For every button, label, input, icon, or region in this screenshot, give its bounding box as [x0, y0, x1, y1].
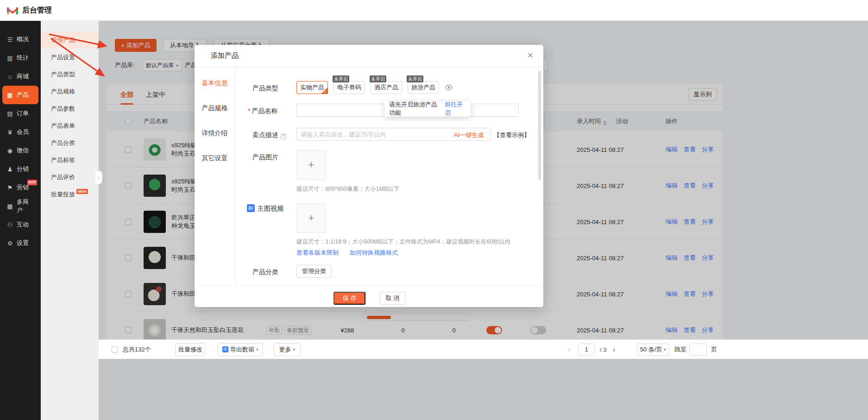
product-icon: ▦	[6, 92, 13, 99]
help-icon[interactable]: ?	[280, 133, 287, 140]
subnav-item-product-tags[interactable]: 产品标签	[41, 151, 99, 169]
sidebar-item-settings[interactable]: ⚙设置	[2, 234, 38, 252]
cancel-button[interactable]: 取 消	[380, 292, 405, 305]
subnav-item-manage-products[interactable]: 管理产品	[41, 31, 99, 49]
current-page-input[interactable]	[578, 344, 595, 356]
image-upload-box[interactable]: +	[296, 150, 326, 180]
ai-generate-link[interactable]: AI一键生成	[454, 131, 484, 139]
version-limit-link[interactable]: 查看各版本限制	[296, 249, 339, 257]
chevron-down-icon: ▾	[664, 347, 666, 352]
convert-format-link[interactable]: 如何转换视频格式	[350, 249, 398, 257]
jump-page-input[interactable]	[689, 344, 707, 356]
subnav-item-product-settings[interactable]: 产品设置	[41, 49, 99, 66]
select-all-checkbox[interactable]	[112, 346, 118, 353]
batch-edit-button[interactable]: 批量修改	[175, 343, 206, 356]
hot-badge: HOT	[27, 180, 37, 185]
sidebar-collapse-handle[interactable]: ‹	[95, 170, 102, 184]
app-root: 后台管理 ☰概况 ▥统计 ⌂商城 ▦产品 ▤订单 ♛会员 ◉微信 ♟分销 ⚑营销…	[0, 0, 868, 420]
subnav-item-product-specs[interactable]: 产品规格	[41, 83, 99, 100]
modal-tab-basic-info[interactable]: 基本信息	[202, 76, 228, 89]
product-name-label: *产品名称	[248, 107, 277, 115]
subnav-item-product-forms[interactable]: 产品表单	[41, 117, 99, 134]
sidebar-item-product[interactable]: ▦产品	[2, 86, 38, 104]
product-type-options: 实物产品✓ 电子券码 酒店产品 旅游产品	[296, 81, 454, 94]
image-size-hint: 建议尺寸：800*800像素；大小1MB以下	[296, 185, 399, 193]
travel-product-tooltip: 请先开启旅游产品功能 前往开启	[384, 101, 471, 117]
sidebar-item-order[interactable]: ▤订单	[2, 104, 38, 123]
chevron-down-icon: ▾	[256, 347, 258, 352]
video-size-hint: 建议尺寸：1:1/16:9；大小500MB以下；文件格式为MP4；建议视频时长在…	[296, 238, 510, 246]
close-icon[interactable]: ×	[528, 50, 533, 61]
sidebar-label: 设置	[17, 239, 29, 247]
wechat-icon: ◉	[6, 147, 13, 154]
main-video-label: 主图视频	[258, 205, 283, 213]
not-enabled-badge: 未开启	[333, 75, 349, 82]
topbar: 后台管理	[0, 0, 868, 21]
view-example-link[interactable]: 【查看示例】	[494, 131, 530, 139]
product-image-label: 产品图片	[252, 153, 278, 162]
save-button[interactable]: 保 存	[333, 292, 365, 305]
type-option-travel[interactable]: 旅游产品	[408, 81, 439, 94]
type-option-evoucher[interactable]: 电子券码	[333, 81, 365, 94]
type-option-hotel[interactable]: 酒店产品	[371, 81, 402, 94]
required-asterisk: *	[248, 107, 250, 114]
modal-scrollbar-thumb[interactable]	[538, 71, 541, 180]
mall-icon: ⌂	[6, 73, 13, 80]
subnav-item-product-categories[interactable]: 产品分类	[41, 134, 99, 151]
export-data-label: 导出数据	[230, 345, 254, 354]
jump-label: 跳至	[674, 345, 686, 354]
sidebar-item-stats[interactable]: ▥统计	[2, 49, 38, 67]
modal-tab-details[interactable]: 详情介绍	[202, 126, 228, 139]
sidebar-item-member[interactable]: ♛会员	[2, 123, 38, 141]
product-type-label: 产品类型	[252, 84, 278, 93]
subnav-item-product-types[interactable]: 产品类型	[41, 66, 99, 83]
overview-icon: ☰	[6, 36, 13, 43]
enable-now-link[interactable]: 前往开启	[445, 100, 466, 117]
bottom-toolbar: 总共132个 批量修改 导出数据▾ 更多▾ ‹ / 3 › 50 条/页▾ 跳至…	[99, 339, 868, 359]
modal-tab-other-settings[interactable]: 其它设置	[202, 151, 228, 164]
eye-icon[interactable]	[445, 84, 453, 93]
multi-merchant-icon: ▩	[6, 203, 13, 210]
sidebar-item-marketing[interactable]: ⚑营销HOT	[2, 178, 38, 197]
more-button[interactable]: 更多▾	[274, 343, 301, 356]
modal-tab-specs[interactable]: 产品规格	[202, 101, 228, 114]
sidebar-item-multi-merchant[interactable]: ▩多商户	[2, 197, 38, 215]
modal-tab-list: 基本信息 产品规格 详情介绍 其它设置	[195, 67, 235, 286]
primary-sidebar: ☰概况 ▥统计 ⌂商城 ▦产品 ▤订单 ♛会员 ◉微信 ♟分销 ⚑营销HOT ▩…	[0, 21, 41, 420]
sidebar-item-interaction[interactable]: ⚇互动	[2, 215, 38, 234]
product-category-label: 产品分类	[252, 268, 278, 276]
sidebar-item-wechat[interactable]: ◉微信	[2, 141, 38, 160]
selling-point-label: 卖点描述?	[252, 131, 287, 140]
sidebar-label: 分销	[17, 165, 29, 173]
page-total: / 3	[600, 346, 606, 353]
sidebar-label: 商城	[17, 72, 29, 81]
subnav-item-product-reviews[interactable]: 产品评价	[41, 169, 99, 186]
collapse-icon: ‹	[98, 175, 100, 180]
batch-edit-label: 批量修改	[178, 345, 202, 354]
export-data-button[interactable]: 导出数据▾	[218, 343, 263, 356]
sidebar-item-mall[interactable]: ⌂商城	[2, 67, 38, 86]
subnav-item-product-params[interactable]: 产品参数	[41, 100, 99, 117]
sidebar-item-distribution[interactable]: ♟分销	[2, 160, 38, 178]
sidebar-label: 微信	[17, 146, 29, 155]
next-page-arrow[interactable]: ›	[613, 345, 615, 354]
sidebar-label: 会员	[17, 128, 29, 136]
check-icon: ✓	[323, 90, 327, 94]
sidebar-label: 概况	[17, 35, 29, 44]
sidebar-label: 互动	[17, 220, 29, 229]
interaction-icon: ⚇	[6, 221, 13, 228]
sidebar-label: 订单	[17, 109, 29, 118]
manage-category-label: 管理分类	[302, 267, 326, 276]
upload-plus-icon: +	[308, 159, 314, 171]
video-badge-icon: 标	[247, 204, 255, 212]
more-label: 更多	[279, 345, 291, 354]
manage-category-button[interactable]: 管理分类	[296, 265, 332, 278]
video-upload-box[interactable]: +	[296, 203, 326, 233]
new-badge: NEW	[76, 189, 88, 194]
prev-page-arrow[interactable]: ‹	[568, 345, 571, 354]
sidebar-item-overview[interactable]: ☰概况	[2, 30, 38, 49]
subnav-item-batch-placement[interactable]: 批量投放NEW	[41, 186, 99, 203]
page-size-select[interactable]: 50 条/页▾	[637, 344, 669, 356]
export-table-icon	[222, 346, 228, 352]
type-option-physical[interactable]: 实物产品✓	[296, 81, 328, 94]
